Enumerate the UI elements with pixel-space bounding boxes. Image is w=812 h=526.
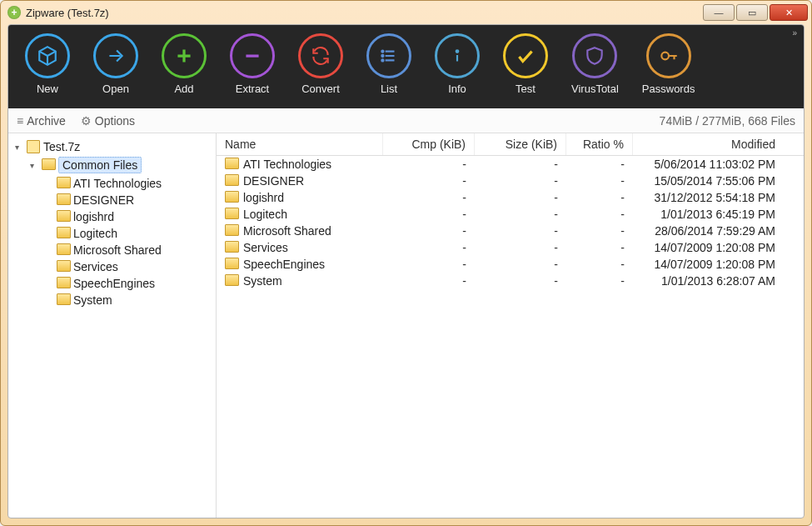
row-size: - bbox=[475, 240, 566, 255]
key-icon bbox=[646, 33, 691, 78]
tree-node[interactable]: Services bbox=[42, 258, 212, 275]
tool-test-label: Test bbox=[516, 83, 536, 95]
folder-icon bbox=[57, 260, 70, 273]
close-button[interactable]: ✕ bbox=[770, 4, 808, 21]
tree-node[interactable]: Microsoft Shared bbox=[42, 242, 212, 258]
titlebar[interactable]: + Zipware (Test.7z) — ▭ ✕ bbox=[1, 1, 811, 24]
row-name: Microsoft Shared bbox=[243, 224, 331, 238]
refresh-icon bbox=[298, 33, 343, 78]
minus-icon bbox=[230, 33, 275, 78]
cube-icon bbox=[25, 33, 70, 78]
tree-pane[interactable]: ▾ Test.7z ▾ Common Files ATI Technologie… bbox=[8, 133, 217, 518]
minimize-button[interactable]: — bbox=[703, 4, 735, 21]
tool-list[interactable]: List bbox=[366, 33, 411, 95]
maximize-button[interactable]: ▭ bbox=[736, 4, 768, 21]
menu-archive[interactable]: ≡ Archive bbox=[17, 114, 66, 128]
arrow-right-icon bbox=[93, 33, 138, 78]
status-text: 74MiB / 277MiB, 668 Files bbox=[660, 114, 795, 128]
plus-icon bbox=[162, 33, 207, 78]
row-cmp: - bbox=[383, 207, 475, 222]
folder-icon bbox=[225, 191, 238, 204]
row-cmp: - bbox=[383, 273, 475, 288]
menu-options-label: Options bbox=[95, 114, 135, 128]
tool-virustotal-label: VirusTotal bbox=[571, 83, 619, 95]
tool-list-label: List bbox=[381, 83, 397, 95]
folder-icon bbox=[57, 277, 70, 290]
list-body[interactable]: ATI Technologies---5/06/2014 11:03:02 PM… bbox=[217, 156, 804, 518]
tool-extract[interactable]: Extract bbox=[230, 33, 275, 95]
tool-info[interactable]: Info bbox=[435, 33, 480, 95]
collapse-icon[interactable]: ▾ bbox=[15, 143, 23, 152]
tree-node-label: ATI Technologies bbox=[73, 177, 162, 190]
col-ratio[interactable]: Ratio % bbox=[566, 133, 633, 155]
tool-passwords-label: Passwords bbox=[642, 83, 695, 95]
menu-options[interactable]: ⚙ Options bbox=[81, 114, 135, 128]
folder-icon bbox=[57, 227, 70, 240]
list-row[interactable]: Services---14/07/2009 1:20:08 PM bbox=[217, 239, 804, 256]
tree-node-commonfiles[interactable]: ▾ Common Files bbox=[27, 155, 212, 175]
row-size: - bbox=[475, 190, 566, 205]
list-row[interactable]: System---1/01/2013 6:28:07 AM bbox=[217, 273, 804, 289]
folder-icon bbox=[225, 241, 238, 254]
tree-node-label: System bbox=[73, 293, 112, 307]
tree-node[interactable]: logishrd bbox=[42, 208, 212, 225]
check-icon bbox=[503, 33, 548, 78]
row-name: Logitech bbox=[243, 208, 287, 221]
col-size[interactable]: Size (KiB) bbox=[475, 133, 566, 155]
list-row[interactable]: DESIGNER---15/05/2014 7:55:06 PM bbox=[217, 173, 804, 189]
col-mod[interactable]: Modified bbox=[633, 133, 804, 155]
menu-archive-label: Archive bbox=[27, 114, 66, 128]
col-cmp[interactable]: Cmp (KiB) bbox=[383, 133, 475, 155]
tool-test[interactable]: Test bbox=[503, 33, 548, 95]
archive-icon bbox=[27, 140, 40, 153]
tree-node[interactable]: Logitech bbox=[42, 225, 212, 242]
tool-open-label: Open bbox=[102, 83, 129, 95]
app-icon: + bbox=[7, 6, 21, 19]
window-controls: — ▭ ✕ bbox=[703, 4, 808, 21]
list-row[interactable]: ATI Technologies---5/06/2014 11:03:02 PM bbox=[217, 156, 804, 173]
row-cmp: - bbox=[383, 157, 475, 172]
tree-node[interactable]: SpeechEngines bbox=[42, 275, 212, 292]
row-ratio: - bbox=[566, 257, 633, 272]
tree-root[interactable]: ▾ Test.7z bbox=[12, 138, 212, 155]
list-row[interactable]: logishrd---31/12/2012 5:54:18 PM bbox=[217, 189, 804, 206]
tool-open[interactable]: Open bbox=[93, 33, 138, 95]
client-area: » New Open Add bbox=[7, 24, 805, 518]
svg-point-0 bbox=[381, 51, 383, 53]
content-area: ▾ Test.7z ▾ Common Files ATI Technologie… bbox=[8, 133, 804, 518]
row-mod: 14/07/2009 1:20:08 PM bbox=[633, 240, 804, 255]
list-row[interactable]: SpeechEngines---14/07/2009 1:20:08 PM bbox=[217, 256, 804, 273]
folder-icon bbox=[57, 243, 70, 257]
svg-point-4 bbox=[661, 53, 669, 60]
tool-extract-label: Extract bbox=[236, 83, 269, 95]
tool-convert[interactable]: Convert bbox=[298, 33, 343, 95]
list-row[interactable]: Microsoft Shared---28/06/2014 7:59:29 AM bbox=[217, 223, 804, 239]
tool-passwords[interactable]: Passwords bbox=[642, 33, 695, 95]
minimize-icon: — bbox=[715, 8, 724, 18]
tool-new[interactable]: New bbox=[25, 33, 70, 95]
row-cmp: - bbox=[383, 257, 475, 272]
tool-add[interactable]: Add bbox=[162, 33, 207, 95]
list-header: Name Cmp (KiB) Size (KiB) Ratio % Modifi… bbox=[217, 133, 804, 156]
gear-icon: ⚙ bbox=[81, 114, 92, 128]
tool-add-label: Add bbox=[174, 83, 193, 95]
tree-node[interactable]: System bbox=[42, 292, 212, 308]
row-name: ATI Technologies bbox=[243, 158, 331, 171]
tree-node[interactable]: DESIGNER bbox=[42, 192, 212, 208]
row-ratio: - bbox=[566, 240, 633, 255]
app-window: + Zipware (Test.7z) — ▭ ✕ » New Open bbox=[0, 0, 812, 526]
col-name[interactable]: Name bbox=[217, 133, 383, 155]
main-toolbar: » New Open Add bbox=[8, 25, 804, 108]
row-name: Services bbox=[243, 241, 288, 254]
tree-node[interactable]: ATI Technologies bbox=[42, 175, 212, 192]
row-mod: 15/05/2014 7:55:06 PM bbox=[633, 173, 804, 188]
row-cmp: - bbox=[383, 190, 475, 205]
row-name: logishrd bbox=[243, 191, 284, 204]
collapse-icon[interactable]: ▾ bbox=[30, 161, 38, 170]
tool-info-label: Info bbox=[448, 83, 466, 95]
tree-node-label: logishrd bbox=[73, 210, 114, 223]
list-row[interactable]: Logitech---1/01/2013 6:45:19 PM bbox=[217, 206, 804, 223]
row-ratio: - bbox=[566, 173, 633, 188]
tool-virustotal[interactable]: VirusTotal bbox=[571, 33, 619, 95]
toolbar-overflow-icon[interactable]: » bbox=[792, 28, 797, 38]
